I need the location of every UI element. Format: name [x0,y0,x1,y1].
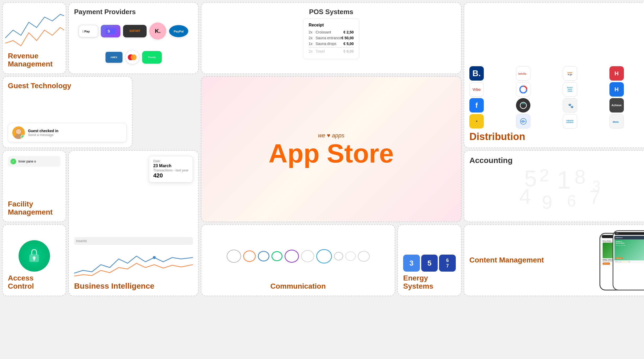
bi-label: insactio [74,237,193,245]
home-icon: H [609,82,624,97]
belvilla-icon: belvilla [516,66,530,81]
bubble-purple [285,250,299,263]
energy-systems-card: 3 5 67 Energy Systems [397,224,462,296]
bubble-orange [243,250,256,262]
booking-icon: B. [469,66,484,81]
communication-card: Communication [201,224,395,296]
bi-date-label: Date: [153,159,188,163]
communication-bubbles [224,230,372,282]
guest-technology-card: Guest Technology ✓ Guest checked in Send… [2,76,132,148]
appstore-tagline: we ♥ apps [318,132,344,139]
revenue-title: Revenue Management [8,52,60,68]
phone-front: 9:41 ●● welcome.in☰ Menu Holiday atBeerz… [613,230,644,290]
facility-check-icon: ✓ [10,159,16,164]
content-phones: 9:41 ●●● Beerze Bulten 10% early bird di… [549,230,644,290]
svg-text:belvilla: belvilla [518,72,527,75]
travel-plane-icon [516,114,530,128]
bi-value: 420 [153,172,188,179]
appstore-card: we ♥ apps App Store [201,76,462,222]
receipt-row-1: 2x Croissant € 2,50 [309,30,354,34]
pos-title: POS Systems [207,8,456,16]
facility-inner-pane: ✓ Inner pane o [8,156,60,167]
bi-tooltip: Date: 23 March Transactions - last year … [149,156,193,182]
access-title: Access Control [8,274,60,290]
access-lock-icon [19,240,50,272]
energy-title: Energy Systems [403,274,456,290]
bubble-gray-4 [345,251,356,261]
accounting-title: Accounting [469,156,644,165]
receipt-title: Receipt [309,23,354,27]
energy-tiles: 3 5 67 [403,255,456,272]
yellow-app-icon: ★ [469,114,484,128]
vakantie-icon: vakantievrieland [563,114,577,128]
paw-icon: 🐾 [563,98,577,113]
svg-text: Pay:  Pay [82,30,90,33]
payment-icons-container:  Pay S SOFORT K. PayPal AMEX Trustly [74,19,193,68]
bubble-blue-2 [316,249,332,263]
sync-icon [516,98,530,113]
pos-systems-card: POS Systems Receipt 2x Croissant € 2,50 … [201,2,462,74]
bi-title: Business Intelligence [74,282,193,290]
energy-tile-3: 67 [439,255,456,272]
appstore-title: App Store [269,140,394,166]
paypal-icon: PayPal [169,25,188,37]
google-ads-icon [516,82,530,97]
achieve-icon: Achieve [609,98,624,113]
receipt: Receipt 2x Croissant € 2,50 2x Sauna ent… [303,19,359,59]
check-badge: ✓ [21,135,25,139]
notification-sub: Send a message [28,133,122,137]
klarna-icon: K. [149,23,166,40]
content-title: Content Management [469,256,544,264]
business-intelligence-card: Date: 23 March Transactions - last year … [68,150,199,296]
content-management-card: Content Management 9:41 ●●● Beerze Bulte… [464,224,644,296]
bi-date: 23 March [153,164,188,168]
sofort-icon: SOFORT [123,25,147,37]
ferienwelt-icon: Ferienhausmiete [563,82,577,97]
receipt-price-3: € 5,00 [343,42,354,46]
receipt-row-2: 2x Sauna entrance € 50,00 [309,36,354,40]
bubble-green [271,251,282,261]
svg-rect-1 [106,28,116,34]
facility-management-card: ✓ Inner pane o Facility Management [2,150,66,222]
distribution-card: B. belvilla hometo.go H Vrbo Ferienhausm… [464,2,644,148]
mastercard-icon [125,50,140,64]
svg-rect-27 [34,259,35,260]
bubble-gray-1 [227,250,241,263]
vrbo-icon: Vrbo [469,82,484,97]
facility-title: Facility Management [8,200,60,216]
accounting-numbers-bg: 5 2 1 8 4 9 6 7 3 [469,166,644,216]
bubble-gray-3 [334,252,343,260]
distribution-title: Distribution [469,131,644,142]
access-control-card: Access Control [2,224,66,296]
energy-tile-2: 5 [421,255,438,272]
revenue-management-card[interactable]: Revenue Management [2,2,66,74]
svg-text:🐾: 🐾 [568,103,574,108]
communication-title: Communication [270,282,326,290]
svg-text:4: 4 [519,184,531,208]
receipt-price-2: € 50,00 [341,36,354,40]
svg-point-24 [153,256,156,259]
bubble-blue [258,251,269,261]
payment-providers-card: Payment Providers  Pay S SOFORT K. PayP… [68,2,199,74]
svg-text:8: 8 [575,166,586,188]
receipt-row-3: 1x Sauna drops € 5,00 [309,42,354,46]
svg-text:1: 1 [557,166,571,194]
content-left: Content Management [469,256,544,264]
svg-text:2: 2 [539,166,549,185]
receipt-item-2: 2x Sauna entrance [309,36,341,40]
svg-text:9: 9 [542,192,552,213]
svg-text:6: 6 [567,192,576,210]
receipt-item-4: 2x Towel [309,49,325,53]
svg-text:PayPal: PayPal [174,30,184,33]
svg-text:S: S [108,29,110,33]
guest-avatar: ✓ [12,126,25,139]
hotels-icon: H [609,66,624,81]
distribution-app-icons: B. belvilla hometo.go H Vrbo Ferienhausm… [469,66,644,128]
trustly-icon: Trustly [142,51,162,64]
notification-main: Guest checked in [28,129,122,133]
guest-notification: ✓ Guest checked in Send a message [8,123,127,142]
guest-title: Guest Technology [8,82,127,90]
stripe-icon: S [101,25,120,37]
receipt-price-1: € 2,50 [343,30,354,34]
svg-text:3: 3 [592,178,601,194]
